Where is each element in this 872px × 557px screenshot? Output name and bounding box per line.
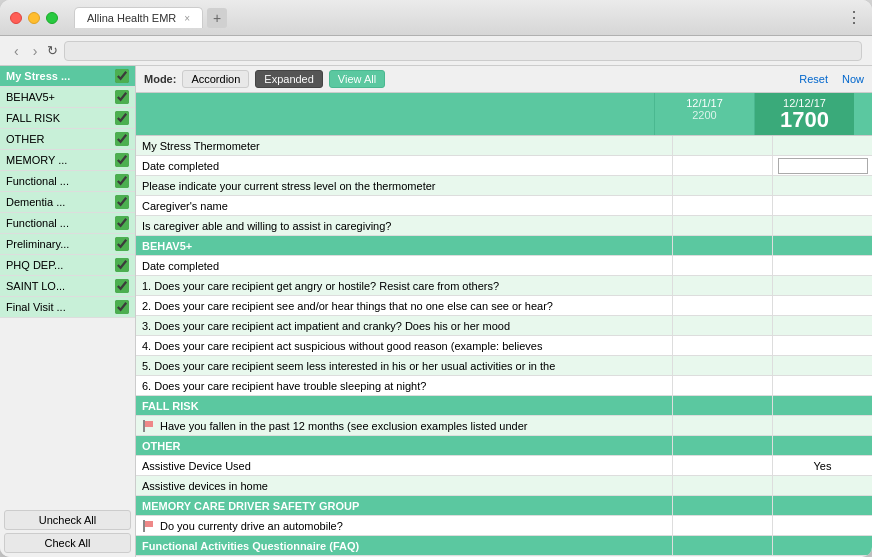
table-row-8: 2. Does your care recipient see and/or h… xyxy=(136,296,872,316)
row-val2-18 xyxy=(772,496,872,515)
sidebar-checkbox-9[interactable] xyxy=(115,258,129,272)
row-val1-11 xyxy=(672,356,772,375)
row-val1-17 xyxy=(672,476,772,495)
row-val2-0 xyxy=(772,136,872,155)
section-header-label-13: FALL RISK xyxy=(136,396,672,415)
svg-rect-0 xyxy=(143,420,145,432)
sidebar-checkbox-1[interactable] xyxy=(115,90,129,104)
tab-close-icon[interactable]: × xyxy=(184,13,190,24)
sidebar-item-5[interactable]: Functional ... xyxy=(0,171,135,192)
sidebar-item-7[interactable]: Functional ... xyxy=(0,213,135,234)
new-tab-button[interactable]: + xyxy=(207,8,227,28)
back-button[interactable]: ‹ xyxy=(10,41,23,61)
row-val1-15 xyxy=(672,436,772,455)
row-val2-10 xyxy=(772,336,872,355)
row-label-3: Caregiver's name xyxy=(136,196,672,215)
sidebar: My Stress ...BEHAV5+FALL RISKOTHERMEMORY… xyxy=(0,66,136,557)
row-val1-13 xyxy=(672,396,772,415)
sidebar-checkbox-7[interactable] xyxy=(115,216,129,230)
row-val1-4 xyxy=(672,216,772,235)
table-row-18: MEMORY CARE DRIVER SAFETY GROUP xyxy=(136,496,872,516)
sidebar-checkbox-2[interactable] xyxy=(115,111,129,125)
row-val1-10 xyxy=(672,336,772,355)
table-row-6: Date completed xyxy=(136,256,872,276)
table-row-13: FALL RISK xyxy=(136,396,872,416)
table-row-19: Do you currenty drive an automobile? xyxy=(136,516,872,536)
sidebar-item-1[interactable]: BEHAV5+ xyxy=(0,87,135,108)
col-date-sub-1: 2200 xyxy=(661,109,748,121)
sidebar-item-8[interactable]: Preliminary... xyxy=(0,234,135,255)
row-val2-9 xyxy=(772,316,872,335)
sidebar-item-label-10: SAINT LO... xyxy=(6,280,115,292)
table-row-10: 4. Does your care recipient act suspicio… xyxy=(136,336,872,356)
table-row-16: Assistive Device UsedYes xyxy=(136,456,872,476)
table-row-11: 5. Does your care recipient seem less in… xyxy=(136,356,872,376)
expanded-button[interactable]: Expanded xyxy=(255,70,323,88)
row-label-19: Do you currenty drive an automobile? xyxy=(136,516,672,535)
sidebar-checkbox-3[interactable] xyxy=(115,132,129,146)
sidebar-item-10[interactable]: SAINT LO... xyxy=(0,276,135,297)
row-val2-13 xyxy=(772,396,872,415)
row-val2-12 xyxy=(772,376,872,395)
sidebar-checkbox-4[interactable] xyxy=(115,153,129,167)
browser-tab[interactable]: Allina Health EMR × xyxy=(74,7,203,28)
flag-icon-14 xyxy=(142,420,156,432)
row-val2-16: Yes xyxy=(772,456,872,475)
sidebar-footer: Uncheck All Check All xyxy=(0,506,135,557)
sidebar-item-6[interactable]: Dementia ... xyxy=(0,192,135,213)
section-header-label-18: MEMORY CARE DRIVER SAFETY GROUP xyxy=(136,496,672,515)
reset-link[interactable]: Reset xyxy=(799,73,828,85)
row-val2-14 xyxy=(772,416,872,435)
row-label-9: 3. Does your care recipient act impatien… xyxy=(136,316,672,335)
sidebar-item-3[interactable]: OTHER xyxy=(0,129,135,150)
sidebar-item-4[interactable]: MEMORY ... xyxy=(0,150,135,171)
col-date-top-1: 12/1/17 xyxy=(661,97,748,109)
sidebar-item-9[interactable]: PHQ DEP... xyxy=(0,255,135,276)
address-bar[interactable] xyxy=(64,41,862,61)
check-all-button[interactable]: Check All xyxy=(4,533,131,553)
row-val1-3 xyxy=(672,196,772,215)
sidebar-checkbox-10[interactable] xyxy=(115,279,129,293)
refresh-button[interactable]: ↻ xyxy=(47,43,58,58)
minimize-button[interactable] xyxy=(28,12,40,24)
rows-container[interactable]: My Stress ThermometerDate completedPleas… xyxy=(136,136,872,557)
sidebar-item-0[interactable]: My Stress ... xyxy=(0,66,135,87)
menu-icon[interactable]: ⋮ xyxy=(846,8,862,27)
section-header-label-15: OTHER xyxy=(136,436,672,455)
table-row-3: Caregiver's name xyxy=(136,196,872,216)
maximize-button[interactable] xyxy=(46,12,58,24)
uncheck-all-button[interactable]: Uncheck All xyxy=(4,510,131,530)
row-val1-7 xyxy=(672,276,772,295)
sidebar-checkbox-6[interactable] xyxy=(115,195,129,209)
row-val2-1[interactable] xyxy=(772,156,872,175)
sidebar-item-11[interactable]: Final Visit ... xyxy=(0,297,135,318)
close-button[interactable] xyxy=(10,12,22,24)
row-val2-20 xyxy=(772,536,872,555)
sidebar-checkbox-8[interactable] xyxy=(115,237,129,251)
row-label-16: Assistive Device Used xyxy=(136,456,672,475)
row-val2-17 xyxy=(772,476,872,495)
row-input-1[interactable] xyxy=(778,158,868,174)
sidebar-checkbox-5[interactable] xyxy=(115,174,129,188)
table-row-7: 1. Does your care recipient get angry or… xyxy=(136,276,872,296)
sidebar-list: My Stress ...BEHAV5+FALL RISKOTHERMEMORY… xyxy=(0,66,135,506)
row-label-1: Date completed xyxy=(136,156,672,175)
sidebar-item-2[interactable]: FALL RISK xyxy=(0,108,135,129)
table-row-12: 6. Does your care recipient have trouble… xyxy=(136,376,872,396)
sidebar-checkbox-0[interactable] xyxy=(115,69,129,83)
sidebar-checkbox-11[interactable] xyxy=(115,300,129,314)
accordion-button[interactable]: Accordion xyxy=(182,70,249,88)
forward-button[interactable]: › xyxy=(29,41,42,61)
table-row-1: Date completed xyxy=(136,156,872,176)
section-bottom-label-20: Functional Activities Questionnaire (FAQ… xyxy=(136,536,672,555)
sidebar-item-label-4: MEMORY ... xyxy=(6,154,115,166)
view-all-button[interactable]: View All xyxy=(329,70,385,88)
row-label-0: My Stress Thermometer xyxy=(136,136,672,155)
main-content: My Stress ...BEHAV5+FALL RISKOTHERMEMORY… xyxy=(0,66,872,557)
mode-bar: Mode: Accordion Expanded View All Reset … xyxy=(136,66,872,93)
now-link[interactable]: Now xyxy=(842,73,864,85)
row-val2-2 xyxy=(772,176,872,195)
row-val2-5 xyxy=(772,236,872,255)
row-val1-14 xyxy=(672,416,772,435)
flag-icon-19 xyxy=(142,520,156,532)
